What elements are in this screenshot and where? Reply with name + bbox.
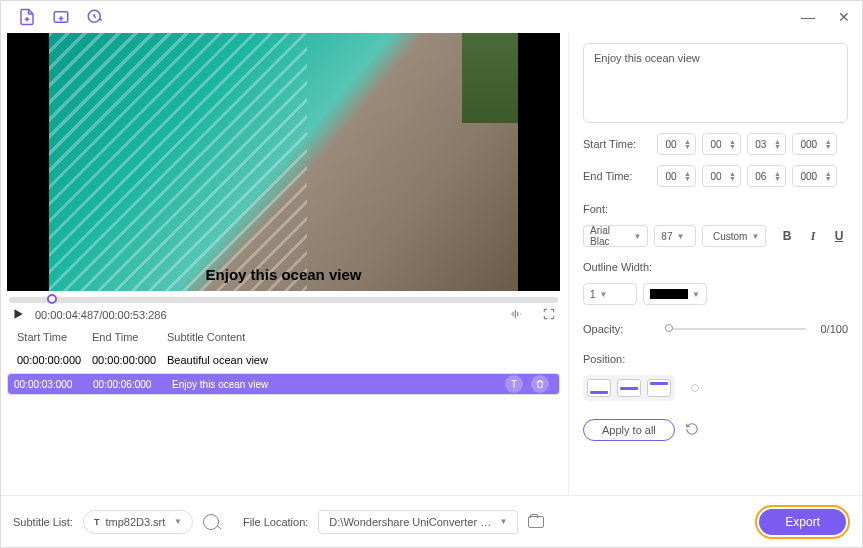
file-location-select[interactable]: D:\Wondershare UniConverter 13\SubEd▼ <box>318 510 518 534</box>
titlebar: — ✕ <box>1 1 862 33</box>
font-label: Font: <box>583 203 848 215</box>
position-bottom[interactable] <box>587 379 611 397</box>
letterbox-right <box>518 33 560 291</box>
end-time-row: End Time: 00▲▼ 00▲▼ 06▲▼ 000▲▼ <box>583 165 848 187</box>
end-s[interactable]: 06▲▼ <box>747 165 786 187</box>
beach-scene <box>49 33 518 291</box>
font-color-select[interactable]: Custom▼ <box>702 225 766 247</box>
subtitle-file-select[interactable]: Ttmp82D3.srt▼ <box>83 510 193 534</box>
export-button[interactable]: Export <box>759 509 846 535</box>
reset-icon[interactable] <box>685 422 701 438</box>
delete-icon[interactable] <box>531 375 549 393</box>
end-time-label: End Time: <box>583 170 651 182</box>
play-button[interactable] <box>11 307 25 323</box>
outline-width-select[interactable]: 1▼ <box>583 283 637 305</box>
subtitle-textarea[interactable] <box>583 43 848 123</box>
search-icon[interactable] <box>203 514 219 530</box>
end-h[interactable]: 00▲▼ <box>657 165 696 187</box>
subtitle-overlay: Enjoy this ocean view <box>7 266 560 283</box>
subtitle-list-label: Subtitle List: <box>13 516 73 528</box>
letterbox-left <box>7 33 49 291</box>
table-row[interactable]: 00:00:00:000 00:00:00:000 Beautiful ocea… <box>7 347 560 373</box>
outline-row: 1▼ ▼ <box>583 283 848 305</box>
underline-button[interactable]: U <box>830 227 848 245</box>
left-panel: Enjoy this ocean view 00:00:04:487/00:00… <box>1 33 568 495</box>
italic-button[interactable]: I <box>804 227 822 245</box>
cell-content: Beautiful ocean view <box>167 354 550 366</box>
playback-time: 00:00:04:487/00:00:53:286 <box>35 309 167 321</box>
cell-start: 00:00:00:000 <box>17 354 92 366</box>
opacity-label: Opacity: <box>583 323 651 335</box>
translate-icon[interactable]: T <box>505 375 523 393</box>
export-highlight: Export <box>755 505 850 539</box>
cell-content: Enjoy this ocean view <box>172 379 501 390</box>
position-radio[interactable] <box>691 384 699 392</box>
right-panel: Start Time: 00▲▼ 00▲▼ 03▲▼ 000▲▼ End Tim… <box>568 33 862 495</box>
add-folder-icon[interactable] <box>51 7 71 27</box>
apply-all-button[interactable]: Apply to all <box>583 419 675 441</box>
cell-start: 00:00:03:000 <box>14 379 89 390</box>
outline-label: Outline Width: <box>583 261 848 273</box>
main-area: Enjoy this ocean view 00:00:04:487/00:00… <box>1 33 862 495</box>
minimize-button[interactable]: — <box>798 7 818 27</box>
playback-controls: 00:00:04:487/00:00:53:286 <box>7 307 560 323</box>
file-location-label: File Location: <box>243 516 308 528</box>
start-s[interactable]: 03▲▼ <box>747 133 786 155</box>
font-select[interactable]: Arial Blac▼ <box>583 225 648 247</box>
table-header: Start Time End Time Subtitle Content <box>7 323 560 347</box>
fullscreen-icon[interactable] <box>542 307 556 323</box>
opacity-slider[interactable] <box>665 328 806 330</box>
timeline-thumb[interactable] <box>47 294 57 304</box>
font-row: Arial Blac▼ 87▼ Custom▼ B I U <box>583 225 848 247</box>
outline-color-select[interactable]: ▼ <box>643 283 707 305</box>
footer: Subtitle List: Ttmp82D3.srt▼ File Locati… <box>1 495 862 547</box>
apply-row: Apply to all <box>583 419 848 441</box>
cell-end: 00:00:00:000 <box>92 354 167 366</box>
header-start: Start Time <box>17 331 92 343</box>
table-row[interactable]: 00:00:03:000 00:00:06:000 Enjoy this oce… <box>7 373 560 395</box>
close-button[interactable]: ✕ <box>834 7 854 27</box>
start-time-label: Start Time: <box>583 138 651 150</box>
font-size-select[interactable]: 87▼ <box>654 225 696 247</box>
record-icon[interactable] <box>85 7 105 27</box>
start-time-row: Start Time: 00▲▼ 00▲▼ 03▲▼ 000▲▼ <box>583 133 848 155</box>
timeline[interactable] <box>9 297 558 303</box>
end-ms[interactable]: 000▲▼ <box>792 165 837 187</box>
waveform-icon[interactable] <box>508 307 524 323</box>
opacity-value: 0/100 <box>820 323 848 335</box>
position-label: Position: <box>583 353 848 365</box>
opacity-row: Opacity: 0/100 <box>583 323 848 335</box>
toolbar-left <box>9 7 105 27</box>
header-end: End Time <box>92 331 167 343</box>
cell-end: 00:00:06:000 <box>93 379 168 390</box>
start-m[interactable]: 00▲▼ <box>702 133 741 155</box>
preview-image <box>7 33 560 291</box>
video-preview: Enjoy this ocean view <box>7 33 560 291</box>
position-top[interactable] <box>647 379 671 397</box>
header-content: Subtitle Content <box>167 331 550 343</box>
start-h[interactable]: 00▲▼ <box>657 133 696 155</box>
window-controls: — ✕ <box>798 7 854 27</box>
add-file-icon[interactable] <box>17 7 37 27</box>
position-middle[interactable] <box>617 379 641 397</box>
end-m[interactable]: 00▲▼ <box>702 165 741 187</box>
start-ms[interactable]: 000▲▼ <box>792 133 837 155</box>
bold-button[interactable]: B <box>778 227 796 245</box>
folder-icon[interactable] <box>528 516 544 528</box>
position-row <box>583 375 848 401</box>
